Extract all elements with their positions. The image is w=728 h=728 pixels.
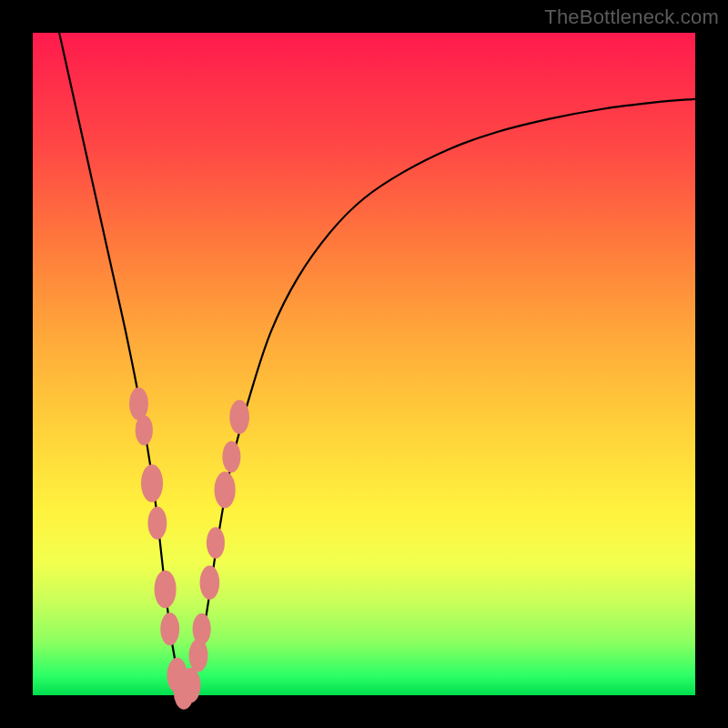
curve-marker [222,441,240,473]
chart-frame: TheBottleneck.com [0,0,728,728]
bottleneck-curve [59,33,695,695]
curve-marker [141,464,163,502]
curve-markers [129,388,249,710]
curve-marker [207,527,225,559]
curve-marker [136,415,153,445]
plot-area [33,33,695,695]
curve-marker [229,400,249,434]
curve-marker [180,668,200,703]
curve-marker [200,566,220,600]
curve-marker [193,613,211,645]
curve-svg [33,33,695,695]
curve-marker [160,612,179,645]
curve-marker [189,639,208,672]
curve-marker [129,388,148,420]
curve-marker [155,571,177,609]
curve-marker [147,507,167,540]
curve-marker [215,471,236,508]
watermark-text: TheBottleneck.com [544,5,719,29]
